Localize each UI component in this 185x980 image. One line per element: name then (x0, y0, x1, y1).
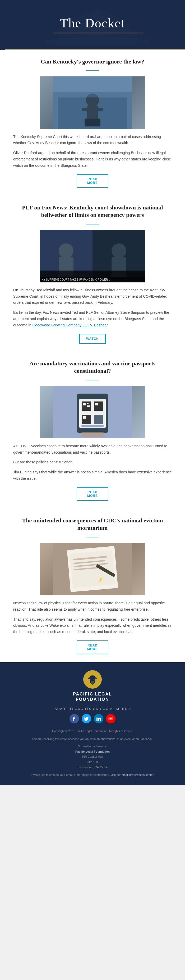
article-1-section: Can Kentucky's governor ignore the law? (0, 50, 185, 196)
footer-address: Our mailing address is: Pacific Legal Fo… (11, 744, 174, 770)
article-3-divider (86, 380, 99, 380)
svg-rect-29 (83, 403, 86, 406)
footer-logo-circle (83, 670, 102, 689)
facebook-icon (72, 716, 77, 721)
article-2-image: KY SUPREME COURT TAKES UP PANDEMIC POWER… (40, 230, 145, 282)
footer-address-line1: 555 Capitol Mall (82, 755, 103, 758)
svg-rect-15 (85, 119, 100, 126)
article-2-divider (86, 224, 99, 224)
footer-city-state: Sacramento, CA 95814 (77, 765, 108, 769)
svg-rect-6 (45, 34, 50, 45)
article-1-read-more-button[interactable]: READ MORE (77, 174, 108, 188)
article-2-case-link[interactable]: Goodwood Brewing Company LLC v. Beshear (32, 323, 108, 327)
article-1-image (40, 76, 145, 129)
article-3-para-2: But are these policies constitutional? (13, 459, 172, 466)
footer-org-name-line2: FOUNDATION (11, 697, 174, 702)
footer-subscription-note: You are receiving this email because you… (11, 737, 174, 742)
footer-unsubscribe: If you'd like to change your email prefe… (11, 773, 174, 777)
article-2-image-svg (40, 230, 145, 282)
footer-address-line2: Suite 1290 (85, 760, 100, 764)
article-1-title: Can Kentucky's governor ignore the law? (13, 58, 172, 65)
article-1-divider (86, 70, 99, 71)
footer-org-name-line1: PACIFIC LEGAL (11, 691, 174, 697)
youtube-button[interactable] (106, 714, 116, 724)
article-2-overlay-text: KY SUPREME COURT TAKES UP PANDEMIC POWER… (40, 277, 145, 282)
svg-rect-55 (97, 718, 98, 721)
article-3-section: Are mandatory vaccinations and vaccine p… (0, 352, 185, 509)
article-4-divider (86, 537, 99, 538)
facebook-button[interactable] (69, 714, 79, 724)
svg-rect-8 (53, 32, 143, 34)
svg-point-22 (111, 243, 126, 258)
footer-subscription-note-text: You are receiving this email because you… (32, 737, 153, 741)
plf-logo-icon (86, 673, 99, 686)
article-3-image (40, 386, 145, 438)
twitter-button[interactable] (82, 714, 91, 724)
header-gold-line (5, 49, 185, 50)
site-title: The Docket (5, 8, 180, 30)
svg-point-56 (97, 717, 98, 718)
footer-unsubscribe-text: If you'd like to change your email prefe… (31, 773, 121, 776)
article-4-read-more-button[interactable]: READ MORE (77, 640, 108, 654)
svg-rect-7 (145, 34, 151, 45)
footer-unsubscribe-link[interactable]: email preferences center (122, 773, 153, 776)
linkedin-button[interactable] (94, 714, 103, 724)
header: The Docket (0, 0, 185, 50)
linkedin-icon (96, 716, 101, 721)
footer-copyright-text: Copyright © 2021 Pacific Legal Foundatio… (52, 729, 133, 733)
svg-rect-33 (95, 403, 98, 406)
article-2-para-2: Earlier in the day, Fox News invited Ted… (13, 310, 172, 328)
article-4-image-svg (53, 542, 132, 595)
svg-rect-14 (82, 108, 103, 111)
article-1-para-1: The Kentucky Supreme Court this week hea… (13, 134, 172, 146)
article-2-title: PLF on Fox News: Kentucky court showdown… (13, 204, 172, 219)
article-1-image-svg (53, 76, 132, 129)
footer-copyright: Copyright © 2021 Pacific Legal Foundatio… (11, 729, 174, 734)
article-3-para-3: Jim Burling says that while the answer i… (13, 469, 172, 482)
footer-org-address-name: Pacific Legal Foundation (75, 750, 110, 753)
footer-share-label: SHARE THOUGHTS ON SOCIAL MEDIA: (11, 707, 174, 711)
svg-rect-16 (63, 94, 122, 97)
article-3-para-1: As COVID vaccines continue to become mor… (13, 443, 172, 456)
article-4-title: The unintended consequences of CDC's nat… (13, 517, 172, 532)
svg-rect-36 (94, 415, 103, 424)
svg-point-20 (59, 243, 74, 258)
article-4-section: The unintended consequences of CDC's nat… (0, 509, 185, 662)
footer: PACIFIC LEGAL FOUNDATION SHARE THOUGHTS … (0, 662, 185, 785)
social-icons-container (11, 714, 174, 724)
email-wrapper: The Docket Can Kentucky's governor ignor… (0, 0, 185, 785)
youtube-icon (108, 716, 113, 721)
article-4-para-2: That is to say, regulation always has un… (13, 616, 172, 635)
footer-logo-area: PACIFIC LEGAL FOUNDATION (11, 670, 174, 702)
article-2-para-1: On Thursday, Ted Mitzlaff and two fellow… (13, 287, 172, 306)
article-3-image-svg (53, 386, 132, 438)
article-4-para-1: Newton's third law of physics is that fo… (13, 600, 172, 613)
svg-rect-35 (83, 416, 86, 418)
article-3-read-more-button[interactable]: READ MORE (77, 487, 108, 501)
article-1-para-2: Oliver Dunford argued on behalf of three… (13, 150, 172, 169)
footer-mailing-label: Our mailing address is: (78, 745, 108, 748)
article-2-watch-button[interactable]: WATCH (79, 334, 106, 344)
svg-rect-38 (80, 432, 105, 437)
svg-rect-37 (81, 425, 104, 427)
article-2-section: PLF on Fox News: Kentucky court showdown… (0, 196, 185, 352)
twitter-icon (84, 716, 89, 721)
header-decoration: The Docket (5, 8, 180, 45)
article-4-image (40, 542, 145, 595)
svg-rect-30 (87, 403, 88, 404)
article-3-title: Are mandatory vaccinations and vaccine p… (13, 360, 172, 375)
svg-rect-31 (87, 406, 90, 407)
